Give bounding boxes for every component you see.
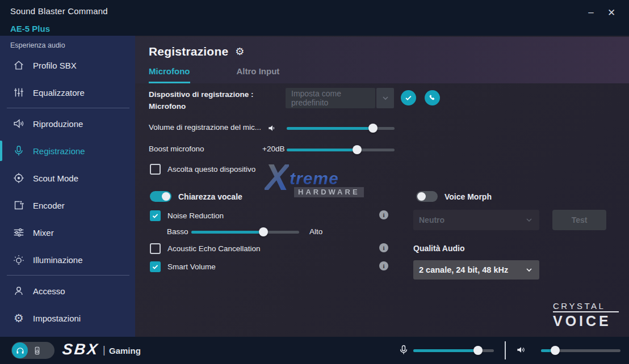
crystal-voice-logo: CRYSTAL VOICE — [553, 301, 619, 329]
footer-mic-slider[interactable] — [413, 346, 494, 355]
recording-content: Dispositivo di registrazione : Microfono… — [135, 83, 629, 337]
device-dropdown-chevron[interactable] — [376, 88, 394, 108]
volume-speaker-icon[interactable] — [267, 122, 278, 134]
noise-reduction-row: Noise Reduction — [150, 210, 224, 221]
device-confirm-button[interactable] — [401, 90, 416, 105]
sidebar-item-scout-mode[interactable]: Scout Mode — [0, 164, 135, 192]
noise-reduction-checkbox[interactable] — [150, 210, 161, 221]
check-icon — [152, 263, 159, 270]
footer-bar: SBX | Gaming — [0, 337, 629, 364]
close-button[interactable]: ✕ — [603, 5, 620, 20]
sidebar-item-label: Mixer — [33, 228, 54, 238]
mic-boost-slider[interactable] — [287, 145, 395, 154]
tab-bar: Microfono Altro Input — [149, 66, 279, 83]
set-default-button[interactable]: Imposta come predefinito — [286, 88, 375, 108]
voice-morph-toggle[interactable] — [416, 191, 438, 202]
sidebar-item-mixer[interactable]: Mixer — [0, 219, 135, 246]
sidebar-item-equalizzatore[interactable]: Equalizzatore — [0, 79, 135, 106]
sidebar-item-riproduzione[interactable]: Riproduzione — [0, 110, 135, 137]
sbx-logo: SBX — [61, 341, 100, 358]
noise-reduction-slider-thumb[interactable] — [259, 227, 268, 236]
noise-reduction-label: Noise Reduction — [167, 211, 224, 220]
sidebar-item-label: Riproduzione — [33, 119, 83, 129]
sidebar-item-label: Impostazioni — [33, 314, 81, 323]
mic-boost-slider-thumb[interactable] — [353, 145, 362, 154]
sidebar-item-label: Equalizzatore — [33, 88, 85, 98]
sidebar-item-impostazioni[interactable]: ⚙ Impostazioni — [0, 304, 135, 332]
voice-morph-label: Voice Morph — [445, 192, 492, 201]
sidebar: Esperienza audio Profilo SBX Equalizzato… — [0, 36, 135, 337]
footer-mode-label: Gaming — [109, 346, 141, 355]
device-name: AE-5 Plus — [10, 24, 50, 33]
aec-label: Acoustic Echo Cancellation — [167, 244, 261, 253]
voice-morph-row: Voice Morph — [416, 191, 492, 202]
sidebar-item-registrazione[interactable]: Registrazione — [0, 137, 135, 164]
voice-clarity-toggle[interactable] — [150, 191, 171, 202]
mic-volume-slider[interactable] — [287, 124, 395, 133]
noise-reduction-info-icon[interactable]: i — [379, 210, 388, 219]
sidebar-item-illuminazione[interactable]: Illuminazione — [0, 246, 135, 273]
voice-morph-preset-value: Neutro — [419, 215, 445, 225]
sidebar-item-label: Illuminazione — [33, 255, 83, 265]
chevron-down-icon — [381, 94, 390, 103]
headphones-icon[interactable] — [12, 342, 28, 358]
smart-volume-checkbox[interactable] — [150, 261, 161, 272]
smart-volume-label: Smart Volume — [167, 263, 216, 271]
sidebar-item-accesso[interactable]: Accesso — [0, 277, 135, 304]
sidebar-item-encoder[interactable]: Encoder — [0, 192, 135, 219]
footer-logo-divider: | — [103, 344, 106, 356]
tab-altro-input[interactable]: Altro Input — [237, 66, 280, 83]
watermark-x: X — [265, 156, 289, 198]
xtreme-hardware-watermark: X treme HARDWARE — [265, 160, 370, 201]
sidebar-item-profilo-sbx[interactable]: Profilo SBX — [0, 52, 135, 79]
mic-volume-label: Volume di registrazione del mic... — [149, 123, 261, 132]
sidebar-item-label: Profilo SBX — [33, 61, 77, 70]
smart-volume-row: Smart Volume — [150, 261, 216, 272]
main-header: Registrazione ⚙ Microfono Altro Input — [135, 37, 629, 83]
sidebar-divider — [7, 275, 129, 276]
home-icon — [12, 59, 25, 71]
microphone-icon — [12, 145, 25, 157]
output-switch[interactable] — [11, 342, 54, 359]
mic-volume-slider-thumb[interactable] — [368, 124, 378, 133]
footer-volume-slider-thumb[interactable] — [551, 346, 560, 355]
mixer-icon — [12, 226, 25, 239]
main-panel: Registrazione ⚙ Microfono Altro Input Di… — [135, 36, 629, 337]
nr-max-label: Alto — [309, 227, 322, 236]
light-bulb-icon — [12, 253, 25, 266]
voice-clarity-label: Chiarezza vocale — [178, 192, 242, 201]
nr-min-label: Basso — [167, 227, 188, 236]
tab-microfono[interactable]: Microfono — [149, 66, 190, 83]
sidebar-divider — [7, 108, 129, 108]
sidebar-section-label: Esperienza audio — [0, 36, 135, 52]
watermark-word: treme — [290, 169, 339, 188]
mic-boost-label: Boost microfono — [149, 145, 204, 153]
listen-device-row: Ascolta questo dispositivo — [150, 164, 255, 175]
device-call-button[interactable] — [425, 90, 440, 105]
minimize-button[interactable]: – — [582, 5, 599, 20]
mic-boost-value: +20dB — [262, 145, 284, 153]
titlebar: Sound Blaster Command AE-5 Plus – ✕ — [0, 0, 629, 36]
footer-divider — [505, 341, 506, 359]
page-title: Registrazione — [149, 45, 228, 58]
audio-quality-label: Qualità Audio — [413, 244, 464, 253]
watermark-sub: HARDWARE — [294, 187, 364, 197]
sound-blaster-command-window: Sound Blaster Command AE-5 Plus – ✕ Espe… — [0, 0, 629, 364]
voice-morph-preset-dropdown[interactable]: Neutro — [413, 210, 539, 230]
smart-volume-info-icon[interactable]: i — [379, 261, 388, 270]
sidebar-item-label: Encoder — [33, 201, 65, 210]
voice-morph-test-button[interactable]: Test — [552, 210, 606, 230]
footer-mic-slider-thumb[interactable] — [473, 346, 483, 355]
check-icon — [152, 212, 159, 219]
listen-device-label: Ascolta questo dispositivo — [167, 165, 255, 173]
listen-device-checkbox[interactable] — [150, 164, 161, 175]
noise-reduction-slider[interactable] — [191, 227, 299, 236]
footer-volume-slider[interactable] — [541, 346, 620, 355]
recording-settings-gear-icon[interactable]: ⚙ — [235, 45, 244, 58]
aec-checkbox[interactable] — [150, 243, 161, 254]
check-icon — [404, 94, 413, 102]
audio-quality-dropdown[interactable]: 2 canale, 24 bit, 48 kHz — [413, 260, 539, 280]
target-icon — [12, 172, 25, 184]
speakers-icon[interactable] — [32, 346, 42, 355]
aec-info-icon[interactable]: i — [379, 243, 388, 252]
